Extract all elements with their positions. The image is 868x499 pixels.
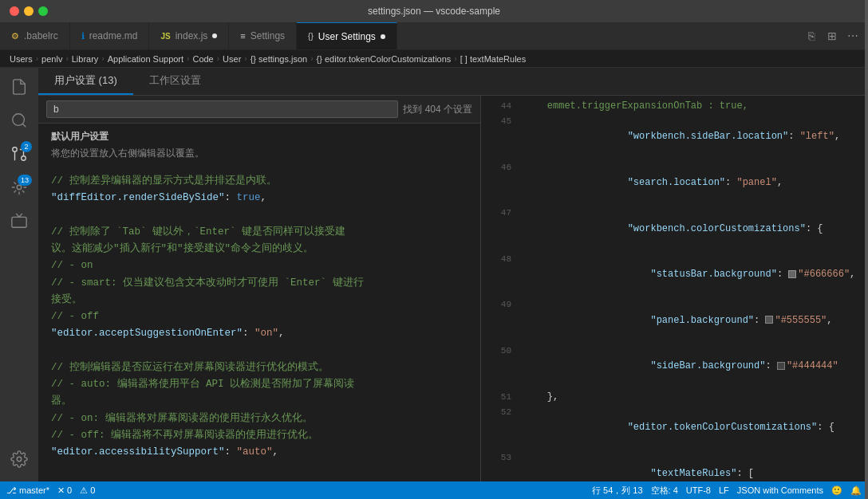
breadcrumb-users[interactable]: Users: [10, 54, 33, 64]
statusbar-branch[interactable]: ⎇ master*: [6, 485, 49, 496]
line-content-53: "textMateRules": [: [524, 450, 862, 481]
line-51: 51 },: [481, 390, 868, 405]
code-line-accessibility: "editor.accessibilitySupport": "auto",: [51, 444, 468, 461]
breadcrumb-sep-7: ›: [310, 54, 313, 63]
line-44: 44 emmet.triggerExpansionOnTab : true,: [481, 99, 868, 114]
breadcrumb-user[interactable]: User: [223, 54, 241, 64]
svg-rect-6: [12, 217, 26, 227]
statusbar-line-ending[interactable]: LF: [719, 485, 729, 495]
line-num-52: 52: [487, 406, 511, 420]
line-num-53: 53: [487, 451, 511, 466]
activity-search[interactable]: [3, 104, 35, 136]
breadcrumb-sep-1: ›: [36, 54, 38, 63]
line-content-50: "sideBar.background": "#444444": [524, 344, 862, 390]
breadcrumb-sep-3: ›: [101, 54, 104, 63]
statusbar-encoding[interactable]: UTF-8: [686, 485, 711, 495]
tab-icon-settings: ≡: [240, 31, 245, 41]
code-line-comment11: // - on: 编辑器将对屏幕阅读器的使用进行永久优化。: [51, 411, 468, 427]
more-actions-button[interactable]: ⋯: [844, 27, 862, 45]
line-content-52: "editor.tokenColorCustomizations": {: [524, 405, 862, 451]
svg-line-1: [22, 124, 26, 127]
close-button[interactable]: [10, 6, 19, 16]
line-49: 49 "panel.background": "#555555",: [481, 297, 868, 344]
settings-tab-workspace[interactable]: 工作区设置: [133, 68, 217, 95]
code-line-accept: "editor.acceptSuggestionOnEnter": "on",: [51, 325, 468, 342]
statusbar-spaces[interactable]: 空格: 4: [651, 485, 678, 497]
breadcrumb-code[interactable]: Code: [192, 54, 213, 64]
tab-icon-user-settings: {}: [308, 32, 314, 41]
code-line-comment8: // 控制编辑器是否应运行在对屏幕阅读器进行优化的模式。: [51, 360, 468, 376]
breadcrumb-penlv[interactable]: penlv: [41, 54, 62, 64]
line-content-48: "statusBar.background": "#666666",: [524, 252, 862, 298]
tab-indexjs[interactable]: JS index.js: [149, 22, 229, 49]
editor-layout-button[interactable]: ⊞: [823, 27, 841, 45]
code-line-comment10: 器。: [51, 393, 468, 410]
tab-readme[interactable]: ℹ readme.md: [70, 22, 150, 49]
tab-actions: ⎘ ⊞ ⋯: [803, 22, 868, 49]
search-input-wrapper[interactable]: [46, 100, 398, 118]
activity-bar: 2 13: [0, 68, 38, 481]
statusbar-errors[interactable]: ✕ 0: [57, 485, 72, 496]
line-content-46: "search.location": "panel",: [524, 160, 862, 206]
settings-tab-workspace-label: 工作区设置: [149, 73, 201, 88]
line-content-45: "workbench.sideBar.location": "left",: [524, 114, 862, 160]
breadcrumb-library[interactable]: Library: [72, 54, 99, 64]
line-num-49: 49: [487, 298, 511, 312]
activity-extensions[interactable]: [3, 205, 35, 237]
line-num-45: 45: [487, 115, 511, 129]
line-num-51: 51: [487, 391, 511, 405]
activity-settings[interactable]: [3, 443, 35, 475]
line-content-47: "workbench.colorCustomizations": {: [524, 206, 862, 252]
statusbar-right: 行 54，列 13 空格: 4 UTF-8 LF JSON with Comme…: [592, 485, 862, 497]
tab-user-settings[interactable]: {} User Settings: [297, 22, 397, 49]
default-settings-code: // 控制差异编辑器的显示方式是并排还是内联。 "diffEditor.rend…: [38, 173, 480, 461]
search-bar: 找到 404 个设置: [38, 96, 480, 124]
statusbar-language[interactable]: JSON with Comments: [737, 485, 823, 495]
window-title: settings.json — vscode-sample: [368, 6, 500, 17]
tab-settings[interactable]: ≡ Settings: [229, 22, 297, 49]
tab-babelrc[interactable]: ⚙ .babelrc: [0, 22, 70, 49]
breadcrumb-sep-4: ›: [187, 54, 189, 63]
search-result-count: 找到 404 个设置: [403, 103, 472, 116]
activity-debug[interactable]: 13: [3, 171, 35, 203]
activity-git[interactable]: 2: [3, 138, 35, 170]
debug-badge: 13: [18, 175, 32, 186]
warning-icon: ⚠: [80, 485, 88, 495]
statusbar-bell[interactable]: 🔔: [850, 485, 862, 496]
line-content-51: },: [524, 390, 862, 405]
code-line-comment2: // 控制除了 `Tab` 键以外，`Enter` 键是否同样可以接受建: [51, 224, 468, 241]
error-icon: ✕: [57, 485, 65, 495]
breadcrumb-token-color[interactable]: {} editor.tokenColorCustomizations: [317, 54, 452, 64]
color-swatch-444: [777, 362, 785, 370]
code-line-comment5: // - smart: 仅当建议包含文本改动时才可使用 `Enter` 键进行: [51, 275, 468, 292]
settings-tab-user[interactable]: 用户设置 (13): [38, 68, 133, 95]
search-input[interactable]: [53, 104, 391, 115]
breadcrumb: Users › penlv › Library › Application Su…: [0, 50, 868, 68]
breadcrumb-sep-8: ›: [454, 54, 456, 63]
activity-files[interactable]: [3, 71, 35, 103]
statusbar-smiley[interactable]: 🙂: [831, 485, 842, 496]
line-num-48: 48: [487, 253, 511, 267]
tab-label-babelrc: .babelrc: [24, 30, 58, 41]
svg-point-3: [13, 147, 18, 152]
breadcrumb-settings-json[interactable]: {} settings.json: [251, 54, 308, 64]
breadcrumb-app-support[interactable]: Application Support: [108, 54, 183, 64]
settings-top-area: 用户设置 (13) 工作区设置: [38, 68, 868, 96]
combined-editor: 找到 404 个设置 默认用户设置 将您的设置放入右侧编辑器以覆盖。 // 控制…: [38, 96, 868, 481]
window-controls: [0, 6, 48, 16]
main-container: 2 13 用户设置 (13): [0, 68, 868, 481]
svg-point-0: [13, 114, 25, 126]
color-swatch-666: [788, 270, 796, 278]
breadcrumb-textmate[interactable]: [ ] textMateRules: [460, 54, 527, 64]
user-settings-editor[interactable]: 44 emmet.triggerExpansionOnTab : true, 4…: [481, 96, 868, 481]
statusbar-warnings[interactable]: ⚠ 0: [80, 485, 95, 496]
maximize-button[interactable]: [38, 6, 48, 16]
tab-icon-indexjs: JS: [160, 32, 170, 41]
split-editor-button[interactable]: ⎘: [803, 27, 820, 45]
statusbar-position[interactable]: 行 54，列 13: [592, 485, 643, 497]
tab-label-settings: Settings: [251, 30, 285, 41]
svg-point-7: [17, 457, 22, 462]
breadcrumb-sep-6: ›: [244, 54, 247, 63]
default-settings-body[interactable]: // 控制差异编辑器的显示方式是并排还是内联。 "diffEditor.rend…: [38, 167, 480, 481]
minimize-button[interactable]: [24, 6, 34, 16]
